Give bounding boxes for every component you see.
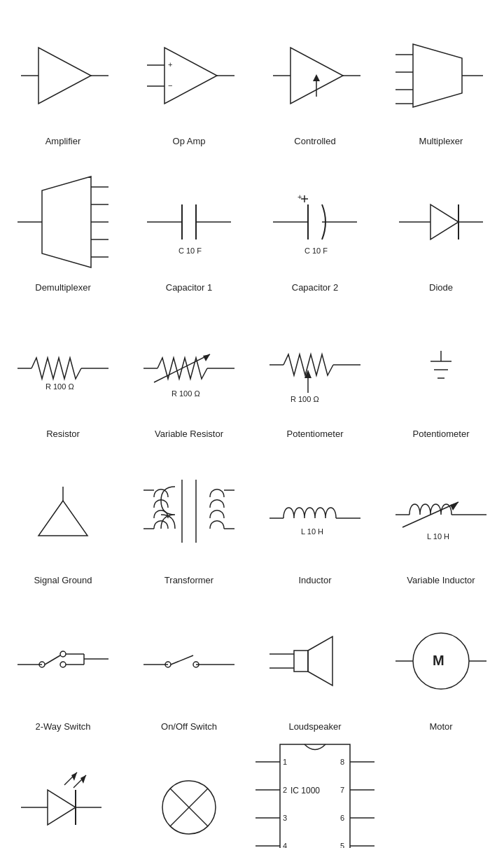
cell-led1: LED1 [0,739,126,848]
svg-text:C 10 F: C 10 F [178,246,202,255]
symbol-inductor: L 10 H [259,459,371,571]
svg-text:+: + [168,60,172,69]
label-signal-ground: Signal Ground [34,575,92,585]
cell-motor: M Motor [378,592,504,739]
label-amplifier: Amplifier [46,136,81,146]
svg-text:4: 4 [283,842,287,848]
svg-marker-5 [164,48,217,104]
cell-capacitor1: C 10 F Capacitor 1 [126,153,252,300]
cell-capacitor2: C 10 F + Capacitor 2 [252,153,378,300]
label-resistor: Resistor [46,429,80,439]
symbols-grid: Amplifier + − Op Amp [0,0,504,848]
cell-lightbulb: Lightbulb [126,739,252,848]
symbol-switch-onoff [133,605,245,717]
svg-text:1: 1 [283,758,287,766]
cell-diode: Diode [378,153,504,300]
symbol-switch-2way [7,605,119,717]
symbol-multiplexer [385,20,497,132]
cell-loudspeaker: Loudspeaker [252,592,378,739]
svg-marker-1 [38,48,91,104]
label-controlled: Controlled [294,136,335,146]
svg-marker-93 [308,637,332,686]
label-variable-inductor: Variable Inductor [407,575,475,585]
label-demultiplexer: Demultiplexer [35,282,90,293]
svg-marker-105 [80,775,86,784]
symbol-potentiometer: R 100 Ω [259,312,371,424]
svg-marker-99 [48,790,76,825]
label-switch-2way: 2-Way Switch [36,721,91,732]
svg-marker-40 [430,204,458,239]
symbol-led1 [7,751,119,848]
label-diode: Diode [429,282,453,293]
symbol-variable-inductor: L 10 H [385,459,497,571]
svg-text:3: 3 [283,814,287,822]
label-potentiometer: Potentiometer [287,429,344,439]
symbol-amplifier [7,20,119,132]
cell-switch-onoff: On/Off Switch [126,592,252,739]
label-switch-onoff: On/Off Switch [161,721,217,732]
label-op-amp: Op Amp [173,136,206,146]
svg-marker-49 [203,354,210,361]
cell-controlled: Controlled [252,7,378,153]
label-transformer: Transformer [164,575,214,585]
cell-inductor: L 10 H Inductor [252,446,378,592]
symbol-op-amp: + − [133,20,245,132]
label-capacitor2: Capacitor 2 [292,282,338,293]
svg-rect-92 [294,651,308,672]
cell-variable-resistor: R 100 Ω Variable Resistor [126,300,252,446]
svg-text:IC 1000: IC 1000 [290,786,320,795]
symbol-signal-ground [7,459,119,571]
symbol-demultiplexer [7,166,119,278]
svg-text:R 100 Ω: R 100 Ω [46,382,74,391]
cell-transformer: Transformer [126,446,252,592]
symbol-loudspeaker [259,605,371,717]
label-potentiometer2: Potentiometer [413,429,470,439]
svg-marker-14 [413,44,462,107]
symbol-ic: IC 1000 1 2 3 4 8 7 6 5 [259,751,371,848]
svg-text:R 100 Ω: R 100 Ω [172,389,200,398]
symbol-capacitor2: C 10 F + [259,166,371,278]
symbol-capacitor1: C 10 F [133,166,245,278]
cell-multiplexer: Multiplexer [378,7,504,153]
cell-variable-inductor: L 10 H Variable Inductor [378,446,504,592]
cell-signal-ground: Signal Ground [0,446,126,592]
label-loudspeaker: Loudspeaker [288,721,341,732]
svg-text:L 10 H: L 10 H [301,527,323,536]
symbol-resistor: R 100 Ω [7,312,119,424]
svg-text:R 100 Ω: R 100 Ω [290,395,319,403]
svg-text:8: 8 [340,758,344,766]
svg-text:L 10 H: L 10 H [427,532,449,541]
svg-marker-103 [71,772,77,781]
cell-potentiometer: R 100 Ω Potentiometer [252,300,378,446]
svg-rect-109 [280,744,350,848]
symbol-diode [385,166,497,278]
svg-text:C 10 F: C 10 F [304,246,328,255]
svg-marker-60 [38,501,88,536]
svg-text:7: 7 [340,786,344,794]
svg-line-88 [171,655,193,665]
svg-text:5: 5 [340,842,344,848]
cell-demultiplexer: Demultiplexer [0,153,126,300]
svg-text:+: + [298,193,302,201]
svg-line-80 [45,655,60,665]
svg-marker-20 [42,176,91,267]
label-multiplexer: Multiplexer [419,136,463,146]
label-capacitor1: Capacitor 1 [166,282,212,293]
cell-amplifier: Amplifier [0,7,126,153]
cell-switch-2way: 2-Way Switch [0,592,126,739]
cell-ic: IC 1000 1 2 3 4 8 7 6 5 IC [252,739,378,848]
label-variable-resistor: Variable Resistor [155,429,223,439]
symbol-lightbulb [133,751,245,848]
symbol-controlled [259,20,371,132]
symbol-potentiometer2 [385,312,497,424]
label-motor: Motor [429,721,452,732]
svg-text:−: − [168,81,172,90]
cell-potentiometer2: Potentiometer [378,300,504,446]
svg-line-73 [402,502,458,527]
symbol-motor: M [385,605,497,717]
cell-op-amp: + − Op Amp [126,7,252,153]
svg-text:M: M [433,653,444,668]
svg-text:2: 2 [283,786,287,794]
svg-point-79 [60,662,66,667]
cell-resistor: R 100 Ω Resistor [0,300,126,446]
